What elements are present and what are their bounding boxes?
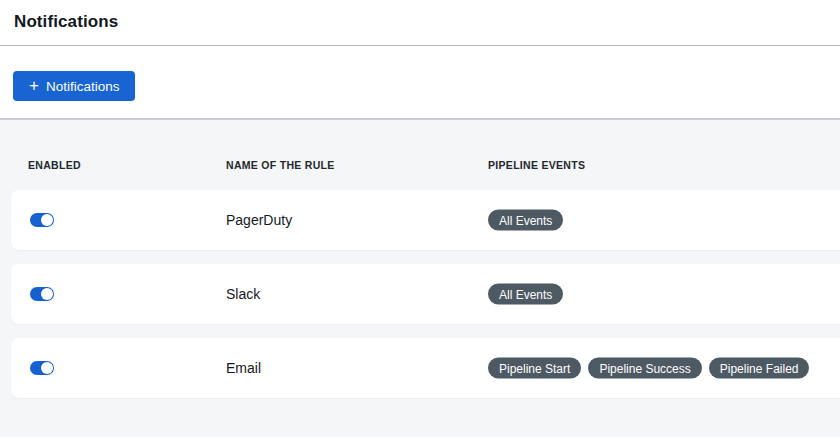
- notifications-table: ENABLED NAME OF THE RULE PIPELINE EVENTS…: [0, 120, 840, 437]
- toolbar: + Notifications: [0, 46, 840, 120]
- rule-name: Slack: [226, 286, 260, 302]
- column-header-enabled: ENABLED: [28, 159, 81, 171]
- plus-icon: +: [29, 77, 39, 94]
- event-badge: Pipeline Start: [488, 358, 581, 379]
- enabled-toggle[interactable]: [30, 287, 54, 301]
- column-header-pipeline-events: PIPELINE EVENTS: [488, 159, 585, 171]
- enabled-toggle[interactable]: [30, 361, 54, 375]
- table-row: PagerDuty All Events: [11, 190, 840, 250]
- toggle-knob: [41, 214, 53, 226]
- rule-name: PagerDuty: [226, 212, 292, 228]
- rule-name: Email: [226, 360, 261, 376]
- event-badges: All Events: [488, 284, 563, 305]
- toggle-knob: [41, 288, 53, 300]
- table-header-row: ENABLED NAME OF THE RULE PIPELINE EVENTS: [0, 120, 840, 190]
- toggle-knob: [41, 362, 53, 374]
- page-header: Notifications: [0, 0, 840, 46]
- event-badge: All Events: [488, 284, 563, 305]
- table-row: Slack All Events: [11, 264, 840, 324]
- event-badges: Pipeline StartPipeline SuccessPipeline F…: [488, 358, 809, 379]
- table-row: Email Pipeline StartPipeline SuccessPipe…: [11, 338, 840, 398]
- add-notifications-button-label: Notifications: [46, 79, 120, 94]
- enabled-toggle[interactable]: [30, 213, 54, 227]
- event-badge: Pipeline Success: [588, 358, 701, 379]
- event-badge: Pipeline Failed: [709, 358, 810, 379]
- page-title: Notifications: [14, 12, 840, 32]
- event-badge: All Events: [488, 210, 563, 231]
- table-rows: PagerDuty All Events Slack All Events Em…: [0, 190, 840, 398]
- event-badges: All Events: [488, 210, 563, 231]
- add-notifications-button[interactable]: + Notifications: [13, 71, 135, 101]
- column-header-rule-name: NAME OF THE RULE: [226, 159, 335, 171]
